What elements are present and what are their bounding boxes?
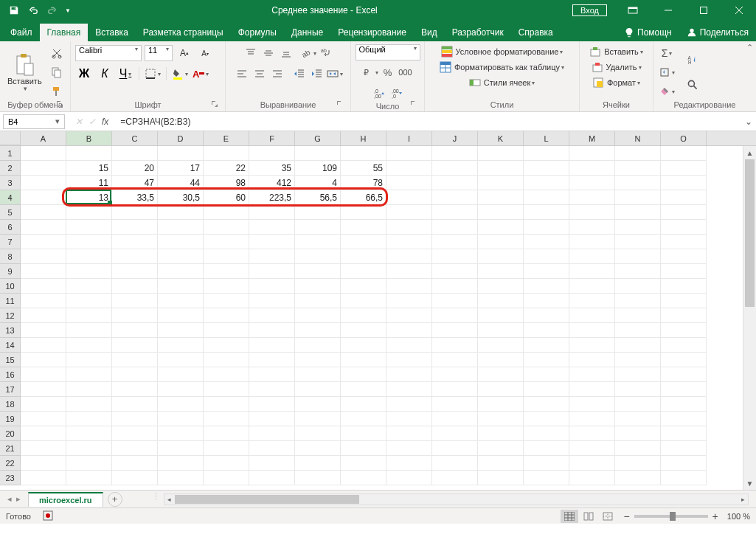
conditional-formatting-button[interactable]: Условное форматирование▾ [440, 44, 565, 59]
cell[interactable] [21, 338, 66, 353]
close-icon[interactable] [722, 0, 756, 21]
cell[interactable]: 22 [204, 161, 249, 176]
cell[interactable] [386, 426, 432, 441]
cell[interactable] [432, 146, 478, 161]
row-header[interactable]: 2 [0, 161, 21, 176]
autosum-icon[interactable]: Σ▾ [659, 45, 675, 61]
cell[interactable] [661, 367, 707, 382]
cell[interactable] [661, 161, 707, 176]
cell[interactable] [341, 426, 386, 441]
cell[interactable] [569, 471, 615, 485]
cell[interactable] [21, 308, 66, 323]
cell[interactable] [295, 308, 341, 323]
cell[interactable] [21, 367, 66, 382]
format-cells-button[interactable]: Формат▾ [591, 75, 642, 90]
cell[interactable] [524, 412, 569, 426]
cell[interactable] [66, 249, 112, 264]
cell[interactable] [524, 264, 569, 279]
cell[interactable] [112, 205, 158, 220]
formula-input[interactable]: =СРЗНАЧ(B2:B3) [116, 117, 741, 127]
cell[interactable] [66, 456, 112, 471]
cell[interactable] [158, 456, 204, 471]
wrap-text-icon[interactable]: ab [318, 45, 334, 61]
cell[interactable] [295, 412, 341, 426]
row-header[interactable]: 1 [0, 146, 21, 161]
row-header[interactable]: 19 [0, 412, 21, 426]
decrease-indent-icon[interactable] [291, 66, 308, 82]
cell[interactable] [66, 146, 112, 161]
cell[interactable] [569, 279, 615, 294]
cell[interactable] [112, 471, 158, 485]
cell[interactable] [341, 471, 386, 485]
cell[interactable] [386, 338, 432, 353]
column-header[interactable]: A [21, 131, 66, 145]
cell[interactable] [249, 426, 295, 441]
tab-формулы[interactable]: Формулы [231, 24, 284, 41]
align-left-icon[interactable] [234, 66, 250, 82]
macro-record-icon[interactable] [43, 510, 53, 522]
cell[interactable] [21, 294, 66, 308]
cell[interactable] [249, 367, 295, 382]
cell[interactable] [661, 176, 707, 190]
cell[interactable] [158, 426, 204, 441]
cell[interactable] [478, 441, 524, 456]
maximize-icon[interactable] [687, 0, 721, 21]
cell[interactable] [661, 294, 707, 308]
increase-font-icon[interactable]: A▴ [176, 45, 193, 61]
cell[interactable] [295, 441, 341, 456]
fill-color-icon[interactable]: ▾ [172, 66, 188, 82]
cell[interactable] [615, 412, 661, 426]
cell[interactable] [386, 367, 432, 382]
name-box[interactable]: B4 ▾ [3, 114, 65, 129]
format-painter-icon[interactable] [49, 83, 65, 100]
cell[interactable] [615, 205, 661, 220]
view-page-layout-icon[interactable] [580, 510, 597, 523]
cell[interactable] [295, 323, 341, 338]
minimize-icon[interactable] [651, 0, 685, 21]
cell[interactable] [524, 308, 569, 323]
cell[interactable] [615, 235, 661, 249]
collapse-ribbon-icon[interactable]: ⌃ [746, 43, 753, 52]
cell[interactable] [249, 323, 295, 338]
cell[interactable] [661, 279, 707, 294]
cell[interactable] [661, 353, 707, 367]
enter-formula-icon[interactable]: ✓ [89, 117, 96, 127]
borders-icon[interactable]: ▾ [145, 66, 161, 82]
share-link[interactable]: Поделиться [679, 24, 756, 41]
cell[interactable] [569, 382, 615, 397]
cell[interactable] [341, 441, 386, 456]
cell[interactable] [524, 279, 569, 294]
column-header[interactable]: L [524, 131, 569, 145]
cell[interactable] [66, 294, 112, 308]
row-header[interactable]: 9 [0, 264, 21, 279]
bold-button[interactable]: Ж [76, 66, 92, 82]
cell[interactable] [615, 456, 661, 471]
expand-formula-bar-icon[interactable]: ⌄ [741, 117, 756, 127]
cell[interactable] [432, 249, 478, 264]
ribbon-display-icon[interactable] [616, 0, 650, 21]
percent-icon[interactable]: % [380, 64, 396, 80]
cell[interactable] [524, 353, 569, 367]
cell[interactable]: 60 [204, 190, 249, 205]
cell[interactable] [112, 353, 158, 367]
cell[interactable] [341, 308, 386, 323]
underline-button[interactable]: Ч▾ [117, 66, 133, 82]
cell[interactable] [569, 161, 615, 176]
cell[interactable] [661, 441, 707, 456]
scrollbar-thumb[interactable] [745, 159, 755, 307]
cell[interactable] [432, 264, 478, 279]
cell[interactable] [249, 146, 295, 161]
cell[interactable]: 98 [204, 176, 249, 190]
cell[interactable] [112, 382, 158, 397]
cell[interactable] [112, 426, 158, 441]
cell[interactable] [66, 382, 112, 397]
tab-рецензирование[interactable]: Рецензирование [330, 24, 414, 41]
cell[interactable] [158, 294, 204, 308]
cell[interactable] [66, 264, 112, 279]
cell[interactable] [432, 205, 478, 220]
signin-button[interactable]: Вход [572, 4, 607, 16]
cell[interactable] [295, 471, 341, 485]
cell[interactable] [432, 161, 478, 176]
cell[interactable] [204, 397, 249, 412]
cell[interactable] [66, 426, 112, 441]
